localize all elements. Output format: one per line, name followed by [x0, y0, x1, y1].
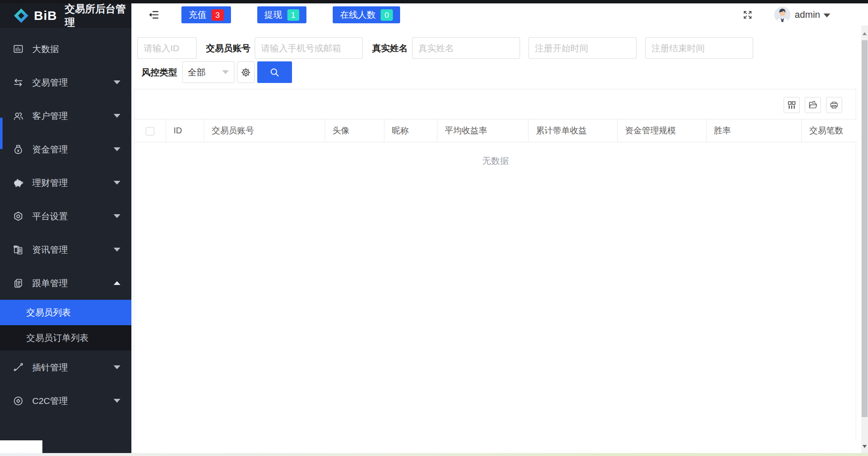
filter-panel: 交易员账号 真实姓名 风控类型 全部	[131, 37, 861, 83]
register-end-date-input[interactable]	[645, 37, 753, 59]
recharge-count-badge: 3	[211, 9, 224, 21]
chevron-down-icon	[114, 114, 120, 118]
sidebar-item-pin-mgmt[interactable]: 插针管理	[0, 351, 131, 384]
scroll-down-arrow-icon[interactable]	[862, 445, 867, 448]
advanced-settings-button[interactable]	[237, 61, 255, 83]
bar-chart-icon	[13, 44, 25, 55]
col-header-aum: 资金管理规模	[617, 119, 706, 142]
traders-table: ID 交易员账号 头像 昵称 平均收益率 累计带单收益 资金管理规模 胜率 交易…	[134, 119, 857, 180]
export-button[interactable]	[805, 97, 821, 113]
money-bag-icon: ¥	[13, 144, 25, 155]
pin-icon	[13, 362, 25, 373]
empty-row: 无数据	[134, 142, 857, 180]
avatar-image	[774, 7, 790, 23]
sidebar-item-big-data[interactable]: 大数据	[0, 32, 131, 66]
piggy-bank-icon	[13, 177, 25, 188]
trader-account-input[interactable]	[255, 37, 363, 59]
chevron-down-icon	[114, 80, 120, 84]
print-button[interactable]	[826, 97, 842, 113]
menu-fold-icon[interactable]	[148, 9, 159, 20]
risk-type-select[interactable]: 全部	[182, 61, 234, 83]
col-header-total-lead-profit: 累计带单收益	[528, 119, 617, 142]
sidebar-item-copy-trading-mgmt[interactable]: 跟单管理	[0, 266, 131, 300]
col-header-id: ID	[166, 119, 204, 142]
sidebar-item-platform-settings[interactable]: 平台设置	[0, 199, 131, 233]
trader-account-label: 交易员账号	[206, 42, 250, 54]
chevron-down-icon	[114, 399, 120, 403]
sidebar-item-trade-mgmt[interactable]: 交易管理	[0, 66, 131, 99]
sidebar-subitem-trader-list[interactable]: 交易员列表	[0, 300, 131, 325]
app-title: 交易所后台管理	[65, 2, 131, 29]
sidebar-item-funds-mgmt[interactable]: ¥ 资金管理	[0, 133, 131, 166]
col-header-trader-account: 交易员账号	[204, 119, 325, 142]
id-input[interactable]	[137, 37, 197, 59]
withdraw-count-badge: 1	[287, 9, 300, 21]
sidebar-scroll-indicator	[0, 118, 3, 149]
col-header-trade-count: 交易笔数	[801, 119, 857, 142]
col-header-avatar: 头像	[325, 119, 384, 142]
print-icon	[829, 100, 839, 110]
scroll-up-arrow-icon[interactable]	[862, 32, 867, 35]
search-icon	[269, 66, 281, 78]
search-button[interactable]	[257, 61, 292, 83]
risk-type-label: 风控类型	[142, 66, 177, 78]
chevron-down-icon	[114, 214, 120, 218]
copy-trading-submenu: 交易员列表 交易员订单列表	[0, 300, 131, 351]
window-top-edge	[0, 0, 868, 3]
header-bar: 充值 3 提现 1 在线人数 0	[131, 3, 861, 26]
table-card: ID 交易员账号 头像 昵称 平均收益率 累计带单收益 资金管理规模 胜率 交易…	[134, 89, 856, 440]
coin-icon	[13, 395, 25, 406]
user-menu-chevron-icon[interactable]	[823, 14, 830, 17]
avatar[interactable]	[774, 7, 790, 23]
recharge-button[interactable]: 充值 3	[181, 6, 231, 23]
chevron-down-icon	[114, 147, 120, 151]
copy-docs-icon	[13, 278, 25, 289]
register-start-date-input[interactable]	[529, 37, 637, 59]
sidebar-subitem-trader-order-list[interactable]: 交易员订单列表	[0, 325, 131, 351]
withdraw-button[interactable]: 提现 1	[257, 6, 307, 23]
fullscreen-icon[interactable]	[742, 9, 753, 20]
svg-text:NEW: NEW	[14, 246, 17, 247]
select-chevron-icon	[222, 70, 229, 74]
chevron-up-icon	[114, 281, 120, 285]
real-name-label: 真实姓名	[372, 42, 408, 54]
sidebar: BiB 交易所后台管理 大数据 交易管理	[0, 3, 131, 456]
real-name-input[interactable]	[412, 37, 520, 59]
sidebar-item-wealth-mgmt[interactable]: 理财管理	[0, 166, 131, 199]
logo-area[interactable]: BiB 交易所后台管理	[0, 3, 131, 28]
empty-state-text: 无数据	[134, 142, 857, 180]
table-header-row: ID 交易员账号 头像 昵称 平均收益率 累计带单收益 资金管理规模 胜率 交易…	[134, 119, 857, 142]
online-users-button[interactable]: 在线人数 0	[333, 6, 400, 23]
swap-arrows-icon	[13, 77, 25, 88]
sidebar-item-c2c-mgmt[interactable]: C2C管理	[0, 384, 131, 417]
table-toolbar	[134, 89, 856, 113]
column-settings-icon	[787, 100, 796, 110]
gear-icon	[241, 67, 251, 77]
scrollbar-thumb[interactable]	[862, 40, 868, 417]
news-icon: NEW	[13, 244, 25, 255]
horizontal-scrollbar-strip[interactable]	[0, 453, 868, 456]
header-right-cluster: admin	[742, 3, 830, 26]
chevron-down-icon	[114, 365, 120, 369]
col-header-win-rate: 胜率	[706, 119, 801, 142]
brand-logo-icon	[14, 8, 29, 23]
users-icon	[13, 111, 25, 122]
bottom-left-overlay	[0, 440, 42, 453]
chevron-down-icon	[114, 248, 120, 251]
select-all-checkbox[interactable]	[146, 127, 154, 135]
export-icon	[808, 100, 818, 110]
main-content: 充值 3 提现 1 在线人数 0	[131, 3, 861, 456]
brand-name: BiB	[34, 8, 57, 23]
online-count-badge: 0	[381, 9, 393, 21]
sidebar-menu: 大数据 交易管理 客户管理	[0, 28, 131, 417]
settings-hex-icon	[13, 211, 25, 222]
user-name[interactable]: admin	[795, 9, 820, 20]
col-header-avg-return: 平均收益率	[437, 119, 528, 142]
sidebar-item-news-mgmt[interactable]: NEW 资讯管理	[0, 233, 131, 266]
sidebar-item-customer-mgmt[interactable]: 客户管理	[0, 99, 131, 133]
column-settings-button[interactable]	[784, 97, 800, 113]
vertical-scrollbar[interactable]	[861, 25, 868, 453]
chevron-down-icon	[114, 181, 120, 185]
svg-text:¥: ¥	[17, 148, 19, 152]
col-header-nickname: 昵称	[384, 119, 437, 142]
